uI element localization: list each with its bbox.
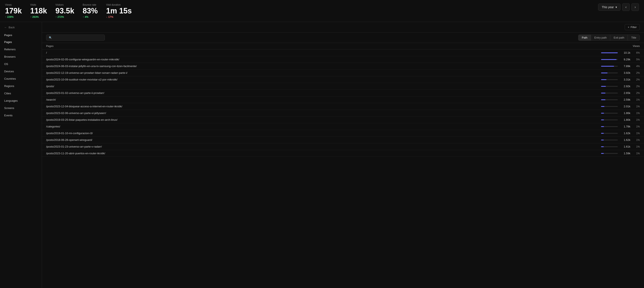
- back-icon: ←: [4, 26, 7, 29]
- table-row[interactable]: /search/ 2.59k 1%: [42, 96, 644, 103]
- row-percent: 1%: [630, 125, 640, 128]
- row-page: /posts/2019-03-25-listar-paquetes-instal…: [46, 118, 598, 121]
- row-views: 1.61k: [618, 145, 630, 148]
- path-tab-path[interactable]: Path: [578, 35, 591, 40]
- row-bar-fill: [601, 59, 616, 60]
- row-percent: 1%: [630, 112, 640, 115]
- sidebar-item-regions[interactable]: Regions: [0, 82, 42, 90]
- table-row[interactable]: /posts/2023-01-02-universo-arr-parte-ii-…: [42, 90, 644, 96]
- stat-item-bounce-rate: Bounce rate 83% 4%: [82, 3, 98, 18]
- row-percent: 2%: [630, 72, 640, 74]
- table-row[interactable]: /posts/2023-11-20-abrir-puertos-en-route…: [42, 150, 644, 157]
- row-bar-fill: [601, 79, 606, 80]
- table-row[interactable]: /posts/2018-06-28-openwrt-wireguard/ 1.6…: [42, 137, 644, 143]
- table-row[interactable]: /posts/2023-12-04-bloquear-acceso-a-inte…: [42, 103, 644, 110]
- path-tab-entry-path[interactable]: Entry path: [591, 35, 610, 40]
- table-body: / 10.1k 6% /posts/2024-02-05-configurar-…: [42, 50, 644, 288]
- table-row[interactable]: /posts/ 2.92k 2%: [42, 83, 644, 90]
- table-row[interactable]: /posts/2019-03-25-listar-paquetes-instal…: [42, 116, 644, 123]
- stat-value: 179k: [5, 7, 22, 15]
- row-bar: [601, 113, 618, 114]
- row-bar: [601, 153, 618, 154]
- next-period-button[interactable]: ›: [632, 3, 639, 11]
- search-input[interactable]: [54, 36, 102, 39]
- back-button[interactable]: ← Back: [0, 24, 42, 31]
- row-bar-fill: [601, 153, 604, 154]
- row-percent: 1%: [630, 138, 640, 142]
- row-bar-fill: [601, 86, 606, 87]
- table-row[interactable]: /posts/2023-01-23-universo-arr-parte-v-r…: [42, 143, 644, 150]
- stat-value: 93.5k: [55, 7, 74, 15]
- row-bar-fill: [601, 140, 604, 140]
- table-row[interactable]: / 10.1k 6%: [42, 50, 644, 56]
- stat-label: Visits: [30, 3, 47, 6]
- search-icon: 🔍: [49, 36, 52, 39]
- stat-label: Visit duration: [106, 3, 132, 6]
- row-page: /posts/2023-01-02-universo-arr-parte-ii-…: [46, 92, 598, 94]
- stat-item-visits: Visits 118k 263%: [30, 3, 47, 18]
- row-percent: 6%: [630, 51, 640, 54]
- stat-item-visitors: Visitors 93.5k 272%: [55, 3, 74, 18]
- row-bar: [601, 79, 618, 80]
- row-page: /posts/2023-11-20-abrir-puertos-en-route…: [46, 152, 598, 155]
- sidebar-item-languages[interactable]: Languages: [0, 97, 42, 104]
- row-views: 2.59k: [618, 98, 630, 101]
- table-row[interactable]: /posts/2024-02-05-configurar-wireguardm-…: [42, 56, 644, 63]
- sidebar-item-referrers[interactable]: Referrers: [0, 46, 42, 53]
- row-page: /search/: [46, 98, 598, 101]
- row-page: /posts/2023-12-04-bloquear-acceso-a-inte…: [46, 105, 598, 108]
- stat-item-visit-duration: Visit duration 1m 15s 17%: [106, 3, 132, 18]
- sidebar-item-screens[interactable]: Screens: [0, 104, 42, 112]
- year-selector[interactable]: This year ▾: [598, 4, 620, 11]
- col-header-views: Views: [623, 45, 640, 48]
- row-page: /posts/2024-06-03-instalar-jellyfin-en-u…: [46, 64, 598, 68]
- row-bar: [601, 106, 618, 107]
- sidebar-item-cities[interactable]: Cities: [0, 90, 42, 97]
- row-bar-fill: [601, 93, 606, 94]
- row-page: /: [46, 51, 598, 54]
- stat-change: 263%: [30, 16, 47, 18]
- path-tab-exit-path[interactable]: Exit path: [610, 35, 628, 40]
- row-bar: [601, 146, 618, 147]
- row-views: 2.65k: [618, 92, 630, 94]
- year-selector-label: This year: [602, 6, 614, 9]
- row-views: 9.29k: [618, 58, 630, 61]
- row-bar: [601, 126, 618, 127]
- sidebar-item-events[interactable]: Events: [0, 112, 42, 119]
- row-views: 3.31k: [618, 78, 630, 81]
- stat-change: 4%: [82, 16, 98, 18]
- row-views: 1.78k: [618, 125, 630, 128]
- sidebar-item-countries[interactable]: Countries: [0, 75, 42, 82]
- row-views: 1.86k: [618, 112, 630, 115]
- stat-value: 118k: [30, 7, 47, 15]
- row-percent: 4%: [630, 65, 640, 68]
- row-page: /posts/2018-06-28-openwrt-wireguard/: [46, 138, 598, 142]
- sidebar-section-header: Pages: [0, 31, 42, 38]
- prev-period-button[interactable]: ‹: [622, 3, 630, 11]
- sidebar-item-pages[interactable]: Pages: [0, 38, 42, 46]
- arrow-up-icon: [82, 16, 84, 18]
- stat-value: 1m 15s: [106, 7, 132, 15]
- col-header-pages: Pages: [46, 45, 623, 48]
- table-row[interactable]: /posts/2022-12-19-universo-arr-prowlarr-…: [42, 70, 644, 76]
- sidebar-item-browsers[interactable]: Browsers: [0, 53, 42, 60]
- search-box[interactable]: 🔍: [46, 34, 105, 41]
- table-row[interactable]: /posts/2019-01-10-mi-configuracion-i3/ 1…: [42, 130, 644, 137]
- top-right-controls: This year ▾ ‹ ›: [598, 3, 639, 11]
- stat-value: 83%: [82, 7, 98, 15]
- table-row[interactable]: /categories/ 1.78k 1%: [42, 123, 644, 130]
- stat-label: Views: [5, 3, 22, 6]
- sidebar-item-os[interactable]: OS: [0, 60, 42, 68]
- row-bar-fill: [601, 120, 604, 120]
- row-bar: [601, 86, 618, 87]
- path-tab-title[interactable]: Title: [628, 35, 640, 40]
- table-row[interactable]: /posts/2023-10-09-sustituir-router-movis…: [42, 76, 644, 83]
- stat-change: 272%: [55, 16, 74, 18]
- table-row[interactable]: /posts/2024-06-03-instalar-jellyfin-en-u…: [42, 63, 644, 70]
- row-bar-fill: [601, 99, 606, 100]
- table-row[interactable]: /posts/2023-02-06-universo-arr-parte-vi-…: [42, 110, 644, 116]
- chevron-down-icon: ▾: [616, 6, 617, 9]
- sidebar-item-devices[interactable]: Devices: [0, 68, 42, 75]
- row-bar-fill: [601, 133, 604, 134]
- filter-button[interactable]: + Filter: [625, 24, 640, 30]
